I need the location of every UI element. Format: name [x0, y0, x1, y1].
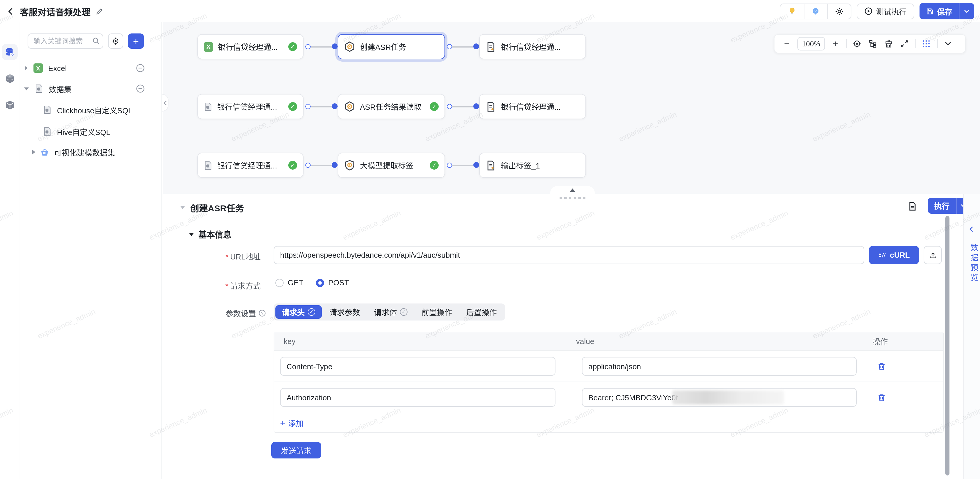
tips-button[interactable] — [780, 4, 804, 19]
node-excel-source-1[interactable]: X 银行信贷经理通... ✓ — [197, 34, 304, 59]
save-label: 保存 — [937, 6, 952, 17]
curl-button[interactable]: cURL — [869, 246, 919, 264]
method-option-post[interactable]: POST — [316, 278, 349, 287]
url-input[interactable] — [274, 246, 864, 264]
radio-get[interactable] — [275, 278, 283, 287]
node-output-tags[interactable]: 输出标签_1 — [479, 153, 586, 178]
node-dataset-source-2[interactable]: 银行信贷经理通... ✓ — [197, 94, 304, 119]
run-button[interactable]: 执行 — [928, 198, 956, 214]
caret-right-icon[interactable] — [25, 66, 28, 70]
add-dataset-button[interactable]: + — [128, 33, 144, 49]
panel-scrollbar[interactable] — [945, 216, 950, 476]
collapse-minus-icon[interactable] — [136, 64, 145, 73]
data-preview-label[interactable]: 数据预览 — [968, 243, 979, 283]
tab-pre-action[interactable]: 前置操作 — [415, 305, 458, 319]
node-label: 银行信贷经理通... — [217, 101, 283, 112]
upload-icon — [929, 251, 937, 259]
settings-button[interactable] — [827, 4, 851, 19]
node-create-asr-task[interactable]: 创建ASR任务 — [337, 34, 445, 59]
node-output-1[interactable]: 银行信贷经理通... — [479, 34, 586, 59]
gear-icon — [835, 7, 844, 16]
rail-item-datasource[interactable] — [2, 44, 18, 60]
back-icon[interactable] — [7, 7, 15, 15]
node-llm-extract-tags[interactable]: 大模型提取标签 ✓ — [337, 153, 445, 178]
tab-request-params[interactable]: 请求参数 — [323, 305, 366, 319]
zoom-out-button[interactable]: − — [781, 38, 792, 49]
radio-post[interactable] — [316, 278, 324, 287]
node-asr-result-read[interactable]: ASR任务结果读取 ✓ — [337, 94, 445, 119]
import-button[interactable] — [924, 246, 942, 264]
output-port[interactable] — [305, 44, 310, 49]
success-check-icon: ✓ — [430, 102, 439, 111]
grid-view-icon[interactable] — [921, 38, 932, 49]
help-button[interactable]: ? — [804, 4, 827, 19]
output-port[interactable] — [447, 162, 452, 168]
locate-node-icon[interactable] — [852, 38, 862, 49]
input-port[interactable] — [473, 162, 479, 168]
svg-text:?: ? — [815, 9, 817, 13]
output-port[interactable] — [447, 104, 452, 109]
rail-item-operators[interactable]: ×−+ — [2, 70, 18, 86]
rail-item-models[interactable] — [2, 97, 18, 113]
input-port[interactable] — [473, 43, 479, 49]
zoom-in-button[interactable]: + — [830, 38, 840, 49]
node-output-2[interactable]: 银行信贷经理通... — [479, 94, 586, 119]
header-value-input[interactable] — [582, 357, 857, 376]
zoom-level[interactable]: 100% — [797, 37, 825, 51]
params-field-label: 参数设置 — [226, 307, 256, 319]
panel-expand-handle[interactable] — [550, 186, 595, 194]
test-run-button[interactable]: 测试执行 — [857, 3, 914, 19]
input-port[interactable] — [332, 103, 337, 109]
panel-collapse-caret[interactable] — [180, 206, 185, 209]
tab-request-body[interactable]: 请求体✓ — [368, 305, 414, 319]
expand-preview-icon[interactable] — [968, 226, 975, 232]
tree-item-visual-modeling[interactable]: 可视化建模数据集 — [19, 145, 161, 159]
header-key-input[interactable] — [280, 388, 555, 407]
delete-row-icon[interactable] — [877, 393, 886, 402]
caret-down-icon[interactable] — [24, 87, 29, 90]
llm-shield-icon — [344, 160, 355, 171]
edge — [452, 165, 473, 166]
collapse-minus-icon[interactable] — [136, 84, 145, 93]
clean-canvas-icon[interactable] — [883, 38, 894, 49]
tree-item-hive-sql[interactable]: Hive自定义SQL — [19, 124, 161, 138]
url-field-label: *URL地址 — [198, 251, 261, 262]
tree-item-dataset-group[interactable]: 数据集 — [19, 81, 161, 95]
locate-button[interactable] — [108, 33, 123, 49]
caret-right-icon[interactable] — [32, 150, 35, 154]
section-collapse-caret[interactable] — [189, 233, 194, 236]
send-request-button[interactable]: 发送请求 — [271, 442, 321, 458]
drag-dots-icon[interactable] — [560, 197, 585, 199]
tree-item-excel[interactable]: X Excel — [19, 61, 161, 75]
success-check-icon: ✓ — [430, 161, 439, 170]
tab-request-header[interactable]: 请求头✓ — [275, 305, 322, 319]
delete-row-icon[interactable] — [877, 362, 886, 371]
output-port[interactable] — [447, 44, 452, 49]
header-key-input[interactable] — [280, 357, 555, 376]
edit-title-icon[interactable] — [96, 7, 103, 15]
page-title: 客服对话音频处理 — [20, 5, 91, 18]
save-button[interactable]: 保存 — [920, 3, 959, 19]
toolbar-more-icon[interactable] — [943, 38, 953, 49]
node-dataset-source-3[interactable]: 银行信贷经理通... ✓ — [197, 153, 304, 178]
help-icon: ? — [812, 7, 820, 15]
canvas-toolbar: − 100% + — [774, 34, 966, 53]
method-option-get[interactable]: GET — [275, 278, 303, 287]
tree-item-clickhouse-sql[interactable]: Clickhouse自定义SQL — [19, 103, 161, 117]
tree-item-label: 可视化建模数据集 — [54, 146, 115, 158]
auto-layout-icon[interactable] — [867, 38, 878, 49]
node-doc-icon[interactable] — [908, 201, 917, 211]
save-more-button[interactable] — [959, 3, 974, 19]
help-circle-icon[interactable]: ? — [258, 309, 266, 317]
fullscreen-icon[interactable] — [899, 38, 910, 49]
input-port[interactable] — [473, 103, 479, 109]
input-port[interactable] — [332, 162, 337, 168]
dataset-file-icon — [204, 102, 213, 111]
output-port[interactable] — [305, 104, 310, 109]
flow-canvas[interactable]: − 100% + — [163, 22, 980, 194]
add-header-row[interactable]: + 添加 — [274, 413, 943, 432]
tab-post-action[interactable]: 后置操作 — [460, 305, 503, 319]
dataset-file-icon — [35, 84, 43, 93]
output-port[interactable] — [305, 162, 310, 168]
input-port[interactable] — [332, 43, 337, 49]
